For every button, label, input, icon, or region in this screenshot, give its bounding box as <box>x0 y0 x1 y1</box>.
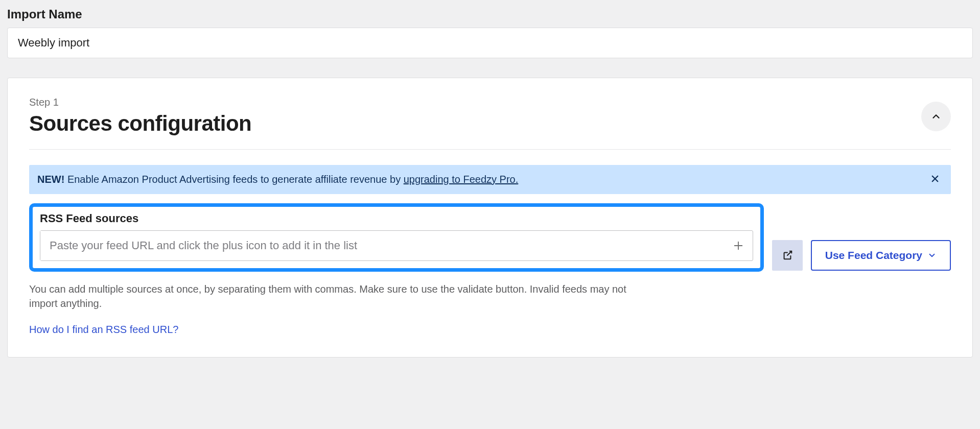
promo-banner: NEW! Enable Amazon Product Advertising f… <box>29 165 951 194</box>
find-rss-link[interactable]: How do I find an RSS feed URL? <box>29 324 178 336</box>
upgrade-link[interactable]: upgrading to Feedzy Pro. <box>404 174 519 185</box>
validate-feed-button[interactable] <box>772 240 803 271</box>
chevron-down-icon <box>927 251 937 260</box>
plus-icon <box>733 240 744 251</box>
add-feed-button[interactable] <box>724 231 753 260</box>
banner-text: Enable Amazon Product Advertising feeds … <box>64 174 403 185</box>
use-feed-category-button[interactable]: Use Feed Category <box>811 240 951 271</box>
step-label: Step 1 <box>29 97 921 108</box>
banner-close-button[interactable] <box>927 172 943 187</box>
sources-config-card: Step 1 Sources configuration NEW! Enable… <box>7 78 973 358</box>
import-name-input[interactable] <box>7 28 973 58</box>
divider <box>29 149 951 150</box>
feed-help-text: You can add multiple sources at once, by… <box>29 282 632 311</box>
banner-new-badge: NEW! <box>37 174 64 185</box>
feed-url-input-group <box>40 230 753 261</box>
external-link-icon <box>782 250 793 261</box>
feed-sources-label: RSS Feed sources <box>40 212 753 225</box>
use-feed-category-label: Use Feed Category <box>825 249 922 261</box>
feed-url-input[interactable] <box>40 231 724 260</box>
card-title: Sources configuration <box>29 111 921 136</box>
collapse-button[interactable] <box>921 102 951 131</box>
chevron-up-icon <box>930 111 942 122</box>
close-icon <box>930 174 940 183</box>
import-name-label: Import Name <box>7 7 973 21</box>
